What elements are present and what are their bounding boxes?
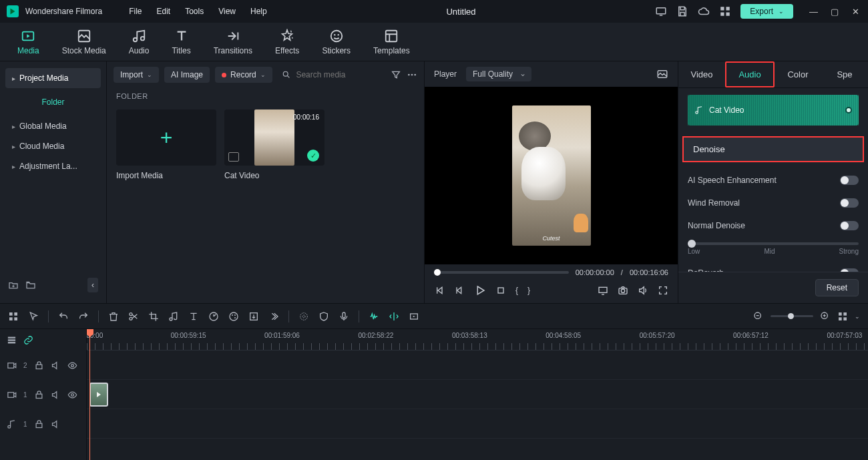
tl-cursor-icon[interactable] [28,311,39,322]
mute-icon[interactable] [51,419,61,429]
menu-help[interactable]: Help [250,7,267,16]
color-icon[interactable] [228,311,239,322]
playhead[interactable] [89,329,90,460]
apps-icon[interactable] [719,5,731,17]
view-dropdown[interactable]: ⌄ [855,313,860,320]
record-dropdown[interactable]: Record⌄ [215,67,272,83]
link-icon[interactable] [23,335,33,345]
delete-icon[interactable] [108,311,119,322]
slider-normal-denoise[interactable] [688,242,859,245]
timeline-clip-cat-video[interactable] [89,383,108,407]
eye-icon[interactable] [67,390,77,400]
lock-icon[interactable] [34,419,44,429]
track-head-audio-1[interactable]: 1 [0,409,86,439]
track-head-video-1[interactable]: 1 [0,380,86,409]
undo-icon[interactable] [58,311,69,322]
zoom-slider[interactable] [771,315,813,317]
track-video-2[interactable] [87,351,868,380]
play-icon[interactable] [474,284,486,296]
crop-icon[interactable] [148,311,159,322]
camera-icon[interactable] [618,285,628,296]
ai-image-button[interactable]: AI Image [164,67,210,83]
display-icon[interactable] [598,285,608,296]
track-video-1[interactable] [87,380,868,409]
tab-stickers[interactable]: Stickers [322,29,351,55]
filter-icon[interactable] [391,69,401,80]
sidebar-folder[interactable]: Folder [5,92,101,112]
eye-icon[interactable] [67,361,77,371]
menu-view[interactable]: View [218,7,236,16]
insp-tab-audio[interactable]: Audio [725,61,775,87]
time-ruler[interactable]: 00:00 00:00:59:15 00:01:59:06 00:02:58:2… [87,329,868,351]
media-card-cat-video[interactable]: 00:00:16 ✓ Cat Video [224,109,324,180]
tab-stock-media[interactable]: Stock Media [62,29,106,55]
stop-icon[interactable] [495,285,506,296]
shield-icon[interactable] [318,311,329,322]
preview-viewport[interactable] [425,87,678,264]
insp-tab-color[interactable]: Color [775,63,821,86]
save-icon[interactable] [676,5,688,17]
tracks-options-icon[interactable] [7,335,17,345]
tab-titles[interactable]: Titles [172,29,190,55]
menu-file[interactable]: File [129,7,142,16]
insp-tab-speed[interactable]: Spe [821,63,868,86]
import-dropdown[interactable]: Import⌄ [114,67,159,83]
prev-frame-icon[interactable] [434,285,445,296]
audio-sync-icon[interactable] [369,311,379,322]
player-scrubber[interactable] [434,271,569,274]
fullscreen-icon[interactable] [658,285,668,296]
more-icon[interactable] [407,69,417,80]
sidebar-global-media[interactable]: ▸Global Media [5,116,101,136]
speed-icon[interactable] [208,311,219,322]
menu-edit[interactable]: Edit [157,7,171,16]
track-head-video-2[interactable]: 2 [0,351,86,380]
toggle-normal-denoise[interactable] [840,221,859,230]
section-denoise[interactable]: Denoise [682,136,864,162]
clip-volume-knob[interactable] [845,107,852,113]
export-button[interactable]: Export⌄ [740,4,793,19]
cloud-icon[interactable] [698,5,710,17]
new-bin-icon[interactable] [25,280,36,290]
insp-tab-video[interactable]: Video [678,63,725,86]
mute-icon[interactable] [51,390,61,400]
sidebar-project-media[interactable]: ▸Project Media [5,68,101,88]
tl-grid-icon[interactable] [8,311,19,322]
tab-effects[interactable]: Effects [275,29,299,55]
tab-media[interactable]: Media [17,29,39,55]
mic-icon[interactable] [339,311,349,322]
download-icon[interactable] [248,311,259,322]
screen-icon[interactable] [655,5,667,17]
tab-transitions[interactable]: Transitions [214,29,252,55]
mute-icon[interactable] [51,361,61,371]
lock-icon[interactable] [34,361,44,371]
more-tools-icon[interactable] [268,311,279,322]
tab-audio[interactable]: Audio [129,29,150,55]
toggle-ai-speech[interactable] [840,176,859,185]
clip-audio-preview[interactable]: Cat Video [688,95,859,126]
search-input[interactable] [296,70,381,79]
zoom-out-icon[interactable] [753,311,764,322]
toggle-wind-removal[interactable] [840,198,859,208]
step-back-icon[interactable] [454,285,465,296]
mark-in-icon[interactable]: { [515,286,518,295]
volume-icon[interactable] [638,285,648,296]
track-audio-1[interactable] [87,409,868,439]
tracking-icon[interactable] [298,311,309,322]
zoom-in-icon[interactable] [820,311,831,322]
smart-cut-icon[interactable] [389,311,399,322]
collapse-sidebar[interactable]: ‹ [87,278,98,292]
sidebar-adjustment-layer[interactable]: ▸Adjustment La... [5,156,101,176]
beat-icon[interactable] [168,311,179,322]
tab-templates[interactable]: Templates [373,29,410,55]
new-folder-icon[interactable] [8,280,19,290]
mark-out-icon[interactable]: } [527,286,530,295]
import-media-card[interactable]: + Import Media [116,109,216,180]
view-grid-icon[interactable] [837,311,848,322]
reset-button[interactable]: Reset [815,279,859,296]
window-minimize[interactable]: — [809,7,819,17]
redo-icon[interactable] [78,311,89,322]
toggle-dereverb[interactable] [840,268,859,272]
window-maximize[interactable]: ▢ [831,7,840,17]
frame-icon[interactable] [409,311,419,322]
split-icon[interactable] [128,311,139,322]
